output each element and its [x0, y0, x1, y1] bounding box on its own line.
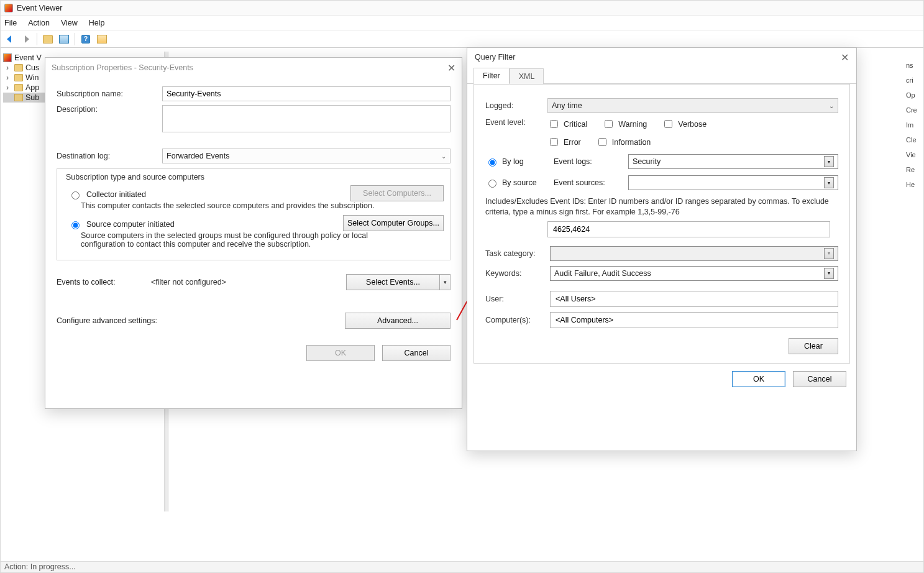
close-icon[interactable]: ✕ [447, 62, 455, 74]
group-title: Subscription type and source computers [63, 173, 207, 181]
event-sources-label: Event sources: [554, 178, 622, 187]
collector-initiated-radio[interactable]: Collector initiated [68, 190, 146, 199]
chevron-down-icon: ⌄ [441, 153, 446, 160]
description-label: Description: [57, 105, 162, 114]
dialog-title: Query Filter [475, 53, 515, 62]
subscription-type-group: Subscription type and source computers C… [57, 168, 451, 260]
menu-help[interactable]: Help [89, 19, 105, 27]
menu-view[interactable]: View [61, 19, 78, 27]
event-ids-input[interactable] [547, 221, 830, 237]
source-help-text: Source computers in the selected groups … [81, 231, 391, 249]
description-input[interactable] [162, 105, 451, 132]
chevron-down-icon[interactable] [824, 177, 834, 188]
destination-log-label: Destination log: [57, 152, 162, 160]
expand-icon[interactable]: › [3, 83, 12, 92]
ok-button: OK [306, 345, 375, 361]
subscription-icon [14, 94, 23, 101]
toolbar-separator [37, 33, 37, 45]
app-icon [4, 4, 13, 12]
select-events-button[interactable]: Select Events... [346, 274, 451, 290]
subscription-name-input[interactable] [162, 86, 451, 101]
tree-label: Cus [25, 63, 39, 72]
actions-pane-peek: ns cri Op Cre Im Cle Vie Re He [905, 58, 923, 406]
event-level-label: Event level: [485, 118, 547, 127]
menu-file[interactable]: File [4, 19, 17, 27]
help-icon[interactable]: ? [80, 34, 91, 45]
titlebar: Event Viewer [1, 1, 923, 16]
task-category-combo [550, 246, 838, 261]
eventviewer-icon [3, 53, 12, 62]
by-log-radio[interactable]: By log [485, 157, 547, 167]
event-ids-help: Includes/Excludes Event IDs: Enter ID nu… [485, 196, 838, 218]
chevron-down-icon[interactable] [824, 156, 834, 167]
destination-log-select[interactable]: Forwarded Events⌄ [162, 149, 451, 163]
by-source-radio[interactable]: By source [485, 178, 547, 188]
level-information-checkbox[interactable]: Information [596, 136, 651, 148]
tree-label: Event V [14, 53, 42, 62]
cancel-button[interactable]: Cancel [382, 345, 451, 361]
events-to-collect-label: Events to collect: [57, 278, 151, 286]
toolbar-separator [75, 33, 75, 45]
keywords-combo[interactable]: Audit Failure, Audit Success [550, 266, 838, 281]
folder-icon [14, 74, 23, 81]
status-text: Action: In progress... [4, 562, 76, 571]
menu-action[interactable]: Action [28, 19, 50, 27]
folder-icon [14, 64, 23, 71]
expand-icon[interactable]: › [3, 73, 12, 82]
chevron-down-icon[interactable] [824, 268, 834, 279]
subscription-name-label: Subscription name: [57, 89, 162, 98]
filter-status-text: <filter not configured> [151, 278, 346, 286]
select-computer-groups-button[interactable]: Select Computer Groups... [343, 215, 444, 231]
back-icon[interactable] [4, 34, 16, 45]
level-error-checkbox[interactable]: Error [547, 136, 581, 148]
panel-icon[interactable] [96, 34, 107, 45]
close-icon[interactable]: ✕ [841, 52, 849, 63]
tab-bar: Filter XML [467, 66, 856, 84]
folder-icon [14, 84, 23, 91]
logged-select[interactable]: Any time [547, 98, 838, 113]
tab-xml[interactable]: XML [510, 68, 544, 84]
level-warning-checkbox[interactable]: Warning [602, 118, 647, 130]
select-computers-button: Select Computers... [350, 185, 444, 201]
chevron-down-icon [824, 248, 834, 259]
tab-filter[interactable]: Filter [473, 68, 510, 84]
keywords-label: Keywords: [485, 269, 550, 278]
event-logs-label: Event logs: [554, 157, 622, 166]
user-input[interactable] [550, 291, 838, 307]
cancel-button[interactable]: Cancel [793, 371, 846, 387]
logged-label: Logged: [485, 101, 547, 110]
dialog-titlebar[interactable]: Query Filter ✕ [467, 48, 856, 66]
computers-input[interactable] [550, 312, 838, 328]
toolbar: ? [1, 30, 923, 48]
select-events-dropdown[interactable] [439, 274, 451, 290]
properties-icon[interactable] [58, 34, 70, 45]
ok-button[interactable]: OK [732, 371, 785, 387]
tree-label: Win [25, 73, 39, 82]
advanced-button[interactable]: Advanced... [345, 313, 451, 329]
clear-button[interactable]: Clear [789, 338, 838, 354]
dialog-titlebar[interactable]: Subscription Properties - Security-Event… [45, 58, 462, 78]
configure-advanced-label: Configure advanced settings: [57, 316, 274, 325]
folder-icon[interactable] [42, 34, 53, 45]
statusbar: Action: In progress... [1, 561, 923, 572]
menubar: File Action View Help [1, 16, 923, 30]
radio-input[interactable] [71, 191, 80, 199]
computers-label: Computer(s): [485, 316, 550, 324]
expand-icon[interactable]: › [3, 63, 12, 72]
tree-label: App [25, 83, 39, 92]
forward-icon[interactable] [21, 34, 32, 45]
subscription-properties-dialog: Subscription Properties - Security-Event… [45, 57, 462, 409]
event-logs-combo[interactable]: Security [628, 154, 838, 169]
level-verbose-checkbox[interactable]: Verbose [662, 118, 707, 130]
level-critical-checkbox[interactable]: Critical [547, 118, 587, 130]
user-label: User: [485, 295, 550, 303]
select-events-main[interactable]: Select Events... [346, 274, 439, 290]
event-sources-combo[interactable] [628, 175, 838, 190]
radio-input[interactable] [71, 221, 80, 229]
source-initiated-radio[interactable]: Source computer initiated [68, 219, 175, 229]
app-title: Event Viewer [17, 4, 62, 12]
tree-label: Sub [25, 93, 39, 102]
query-filter-dialog: Query Filter ✕ Filter XML Logged: Any ti… [467, 47, 857, 451]
task-category-label: Task category: [485, 249, 550, 258]
expand-icon: · [3, 93, 12, 102]
